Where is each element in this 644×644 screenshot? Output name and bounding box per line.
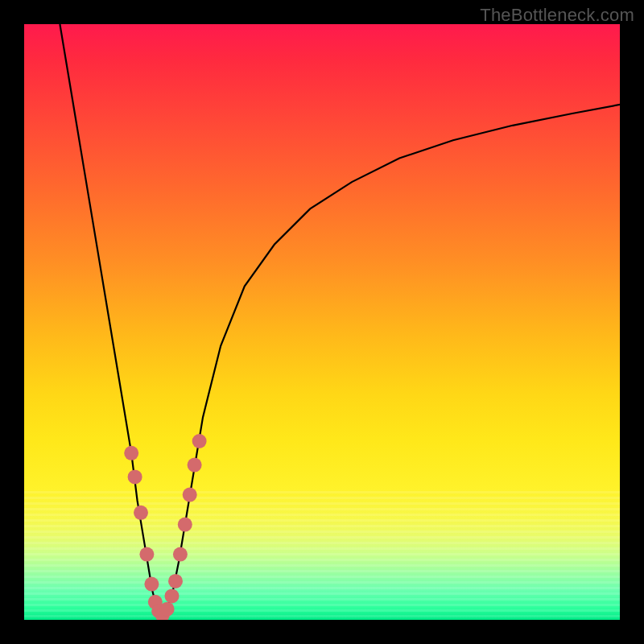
highlight-dot [168, 574, 183, 588]
highlight-dot [144, 577, 159, 592]
highlight-dot [165, 588, 180, 603]
highlight-dot [173, 547, 188, 562]
chart-frame: TheBottleneck.com [0, 0, 644, 644]
plot-area [24, 24, 620, 620]
highlight-dot [178, 518, 192, 532]
highlight-dot [134, 506, 148, 520]
highlight-dot [192, 434, 207, 448]
dots-group [124, 434, 206, 620]
highlight-dot [183, 488, 197, 502]
highlight-dot [139, 547, 154, 562]
highlight-dot [188, 458, 202, 473]
chart-svg [24, 24, 620, 620]
right-branch-path [161, 105, 620, 617]
watermark-text: TheBottleneck.com [480, 5, 634, 26]
highlight-dot [128, 469, 142, 484]
highlight-dot [124, 446, 138, 460]
left-branch-path [60, 24, 161, 617]
highlight-dot [160, 602, 175, 617]
